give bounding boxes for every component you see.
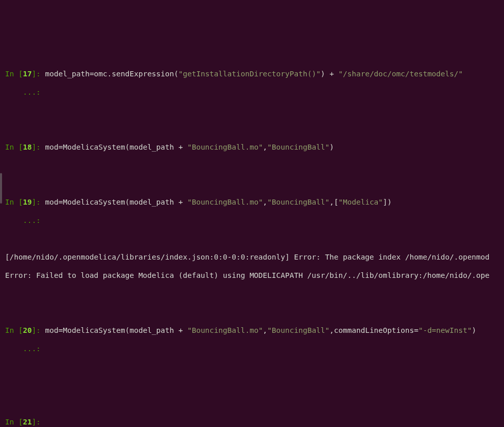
scrollbar[interactable]: [0, 173, 2, 204]
prompt-close: ]:: [32, 198, 45, 206]
prompt-num: 20: [23, 326, 32, 334]
prompt-close: ]:: [32, 326, 45, 334]
code: ) +: [321, 70, 339, 78]
string: "/share/doc/omc/testmodels/": [339, 70, 463, 78]
string: "BouncingBall.mo": [187, 143, 263, 151]
prompt-close: ]:: [32, 143, 45, 151]
code: ): [329, 143, 334, 151]
prompt-in: In [: [5, 143, 23, 151]
prompt-num: 19: [23, 198, 32, 206]
error-output: [/home/nido/.openmodelica/libraries/inde…: [5, 252, 502, 262]
code: ,[: [329, 198, 338, 206]
prompt-in: In [: [5, 70, 23, 78]
continuation: ...:: [5, 345, 45, 353]
string: "BouncingBall": [267, 198, 329, 206]
continuation: ...:: [5, 216, 45, 224]
prompt-in: In [: [5, 326, 23, 334]
code: mod=ModelicaSystem(model_path +: [45, 143, 187, 151]
cell-cont: ...:: [5, 344, 502, 353]
prompt-in: In [: [5, 418, 23, 426]
string: "Modelica": [339, 198, 383, 206]
code: model_path=omc.sendExpression(: [45, 70, 179, 78]
cell-in-18: In [18]: mod=ModelicaSystem(model_path +…: [5, 143, 502, 152]
continuation: ...:: [5, 88, 45, 96]
code: ,: [263, 198, 267, 206]
string: "BouncingBall.mo": [187, 326, 263, 334]
cell-in-19: In [19]: mod=ModelicaSystem(model_path +…: [5, 197, 502, 207]
code: ): [472, 326, 477, 334]
code: mod=ModelicaSystem(model_path +: [45, 198, 187, 206]
cell-in-17: In [17]: model_path=omc.sendExpression("…: [5, 69, 502, 78]
prompt-num: 18: [23, 143, 32, 151]
prompt-close: ]:: [32, 418, 45, 426]
code: ]): [383, 198, 391, 206]
string: "BouncingBall": [267, 143, 329, 151]
prompt-num: 17: [23, 70, 32, 78]
prompt-close: ]:: [32, 70, 45, 78]
error-output: Error: Failed to load package Modelica (…: [5, 271, 502, 280]
cell-in-21-empty: In [21]:: [5, 417, 502, 426]
code: mod=ModelicaSystem(model_path +: [45, 326, 187, 334]
string: "getInstallationDirectoryPath()": [179, 70, 321, 78]
string: "-d=newInst": [418, 326, 472, 334]
code: ,commandLineOptions=: [329, 326, 418, 334]
prompt-num: 21: [23, 418, 32, 426]
prompt-in: In [: [5, 198, 23, 206]
string: "BouncingBall.mo": [187, 198, 263, 206]
terminal-content[interactable]: In [17]: model_path=omc.sendExpression("…: [5, 60, 502, 427]
cell-cont: ...:: [5, 216, 502, 225]
code: ,: [263, 143, 267, 151]
code: ,: [263, 326, 267, 334]
cell-cont: ...:: [5, 88, 502, 97]
cell-in-20: In [20]: mod=ModelicaSystem(model_path +…: [5, 326, 502, 335]
string: "BouncingBall": [267, 326, 329, 334]
